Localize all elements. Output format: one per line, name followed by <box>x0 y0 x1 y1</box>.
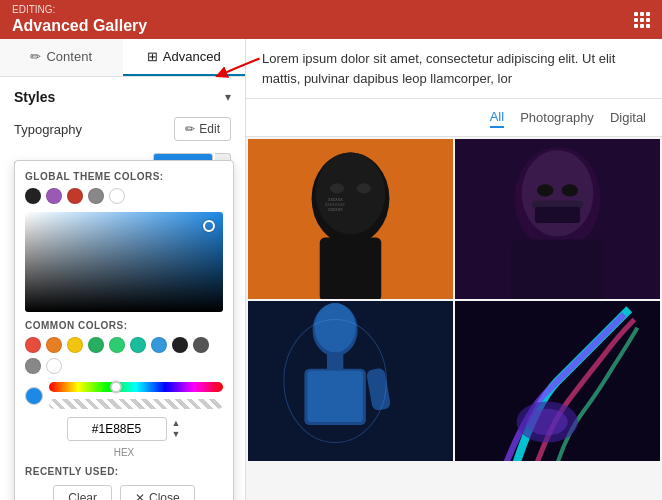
color-dot-gray[interactable] <box>88 188 104 204</box>
color-dot-common-black[interactable] <box>172 337 188 353</box>
svg-point-13 <box>562 184 578 196</box>
color-dot-common-light-green[interactable] <box>109 337 125 353</box>
tab-advanced[interactable]: ⊞ Advanced <box>123 39 246 76</box>
gallery-img-4 <box>455 301 660 461</box>
hue-slider[interactable] <box>49 382 223 392</box>
header-title: Advanced Gallery <box>12 16 147 35</box>
svg-point-19 <box>315 303 356 352</box>
hex-down-button[interactable]: ▼ <box>171 429 182 440</box>
common-colors-label: COMMON COLORS: <box>25 320 223 331</box>
close-button[interactable]: ✕ Close <box>120 485 195 500</box>
main-layout: ✏ Content ⊞ Advanced Styles ▾ Typography… <box>0 39 662 500</box>
styles-chevron-icon[interactable]: ▾ <box>225 90 231 104</box>
color-dot-white[interactable] <box>109 188 125 204</box>
svg-rect-22 <box>307 371 362 422</box>
filter-all[interactable]: All <box>490 107 504 128</box>
hex-row: ▲ ▼ <box>25 417 223 441</box>
common-color-dots <box>25 337 223 374</box>
grid-menu-icon[interactable] <box>634 12 650 28</box>
content-tab-icon: ✏ <box>30 49 41 64</box>
color-dot-purple[interactable] <box>46 188 62 204</box>
gallery-grid: XXXXXX XXXXXXXX XXXXXX <box>246 137 662 463</box>
gradient-canvas[interactable] <box>25 212 223 312</box>
filter-digital[interactable]: Digital <box>610 108 646 127</box>
gallery-item-4[interactable] <box>455 301 660 461</box>
color-picker-popup: GLOBAL THEME COLORS: COMMON COLORS: <box>14 160 234 500</box>
gallery-filters: All Photography Digital <box>246 99 662 137</box>
color-dot-common-orange[interactable] <box>46 337 62 353</box>
gradient-handle[interactable] <box>203 220 215 232</box>
opacity-slider[interactable] <box>49 399 223 409</box>
panel-content: Styles ▾ Typography ✏ Edit Tab Color ▾ <box>0 77 245 500</box>
content-tab-label: Content <box>46 49 92 64</box>
svg-point-12 <box>537 184 553 196</box>
svg-rect-16 <box>511 240 603 300</box>
color-dot-common-dgray[interactable] <box>193 337 209 353</box>
color-dot-common-yellow[interactable] <box>67 337 83 353</box>
global-color-dots <box>25 188 223 204</box>
left-panel: ✏ Content ⊞ Advanced Styles ▾ Typography… <box>0 39 246 500</box>
styles-section-header: Styles ▾ <box>14 89 231 105</box>
hue-preview <box>25 387 43 405</box>
hex-up-button[interactable]: ▲ <box>171 418 182 429</box>
hex-label: HEX <box>25 447 223 458</box>
edit-icon: ✏ <box>185 122 195 136</box>
recently-used-label: RECENTLY USED: <box>25 466 223 477</box>
color-dot-common-blue[interactable] <box>151 337 167 353</box>
typography-row: Typography ✏ Edit <box>14 117 231 141</box>
styles-title: Styles <box>14 89 55 105</box>
close-icon: ✕ <box>135 491 145 500</box>
hex-input[interactable] <box>67 417 167 441</box>
editing-label: EDITING: <box>12 4 147 16</box>
header-left: EDITING: Advanced Gallery <box>12 4 147 35</box>
color-dot-common-white[interactable] <box>46 358 62 374</box>
svg-rect-20 <box>327 354 343 369</box>
svg-point-2 <box>316 152 386 234</box>
gallery-item-1[interactable]: XXXXXX XXXXXXXX XXXXXX <box>248 139 453 299</box>
header: EDITING: Advanced Gallery <box>0 0 662 39</box>
close-btn-label: Close <box>149 491 180 500</box>
gallery-img-1: XXXXXX XXXXXXXX XXXXXX <box>248 139 453 299</box>
gallery-item-3[interactable] <box>248 301 453 461</box>
edit-btn-label: Edit <box>199 122 220 136</box>
color-dot-black[interactable] <box>25 188 41 204</box>
svg-point-3 <box>330 183 344 193</box>
color-dot-red[interactable] <box>67 188 83 204</box>
panel-tabs: ✏ Content ⊞ Advanced <box>0 39 245 77</box>
sliders <box>49 382 223 409</box>
svg-point-11 <box>522 150 594 236</box>
svg-rect-15 <box>535 207 580 223</box>
svg-text:XXXXXX: XXXXXX <box>328 207 343 212</box>
clear-button[interactable]: Clear <box>53 485 112 500</box>
hue-slider-thumb[interactable] <box>110 381 122 393</box>
typography-label: Typography <box>14 122 82 137</box>
tab-content[interactable]: ✏ Content <box>0 39 123 76</box>
svg-point-27 <box>527 409 568 436</box>
typography-edit-button[interactable]: ✏ Edit <box>174 117 231 141</box>
color-dot-common-red[interactable] <box>25 337 41 353</box>
gallery-description: Lorem ipsum dolor sit amet, consectetur … <box>262 51 615 86</box>
hue-row <box>25 382 223 409</box>
svg-point-4 <box>357 183 371 193</box>
color-dot-common-gray[interactable] <box>25 358 41 374</box>
svg-rect-8 <box>320 237 382 299</box>
gallery-img-2 <box>455 139 660 299</box>
global-theme-label: GLOBAL THEME COLORS: <box>25 171 223 182</box>
advanced-tab-icon: ⊞ <box>147 49 158 64</box>
filter-photography[interactable]: Photography <box>520 108 594 127</box>
gallery-img-3 <box>248 301 453 461</box>
gallery-item-2[interactable] <box>455 139 660 299</box>
color-dot-common-green[interactable] <box>88 337 104 353</box>
hex-arrows: ▲ ▼ <box>171 418 182 440</box>
popup-buttons: Clear ✕ Close <box>25 485 223 500</box>
gallery-text: Lorem ipsum dolor sit amet, consectetur … <box>246 39 662 99</box>
advanced-tab-label: Advanced <box>163 49 221 64</box>
right-panel: Lorem ipsum dolor sit amet, consectetur … <box>246 39 662 500</box>
color-dot-common-teal[interactable] <box>130 337 146 353</box>
